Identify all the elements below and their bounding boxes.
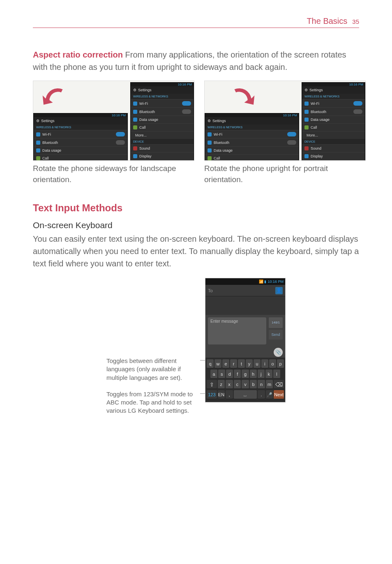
key-b[interactable]: b [250,380,257,389]
key-r[interactable]: r [230,359,237,368]
aspect-ratio-title: Aspect ratio correction [33,50,123,59]
settings-landscape-left: 10:16 PM ⚙Settings WIRELESS & NETWORKS W… [33,113,128,160]
key-mic[interactable]: 🎤 [266,390,273,399]
key-m[interactable]: m [266,380,273,389]
status-bar: 📶 ▮ 10:16 PM [205,278,285,285]
key-t[interactable]: t [238,359,245,368]
rotate-arrow-right-icon [225,83,262,111]
key-c[interactable]: c [234,380,241,389]
status-icons: 📶 ▮ [259,280,267,284]
status-time: 10:16 PM [267,280,284,284]
settings-portrait-right: 10:16 PM ⚙Settings WIRELESS & NETWORKS W… [302,82,365,160]
message-input[interactable]: Enter message [208,317,266,344]
key-i[interactable]: i [261,359,268,368]
key-v[interactable]: v [242,380,249,389]
key-delete[interactable]: ⌫ [274,380,284,389]
messaging-phone-mockup: 📶 ▮ 10:16 PM To 👤 Enter message 148/1 Se… [205,278,286,402]
header-section: The Basics [307,16,347,26]
aspect-ratio-paragraph: Aspect ratio correction From many applic… [33,49,359,73]
key-h[interactable]: h [250,370,257,379]
key-o[interactable]: o [269,359,276,368]
on-screen-keyboard-heading: On-screen Keyboard [33,220,359,230]
figure-rotate-left: 10:16 PM ⚙Settings WIRELESS & NETWORKS W… [33,81,194,161]
attach-icon[interactable]: 📎 [274,348,283,357]
key-d[interactable]: d [226,370,233,379]
key-k[interactable]: k [265,370,272,379]
key-l[interactable]: l [273,370,280,379]
settings-portrait-left: 10:16 PM ⚙Settings WIRELESS & NETWORKS W… [130,82,194,160]
page-number: 35 [352,18,359,25]
key-shift[interactable]: ⇧ [207,380,217,389]
key-u[interactable]: u [254,359,261,368]
key-z[interactable]: z [218,380,225,389]
on-screen-keyboard-body: You can easily enter text using the on-s… [33,233,359,270]
key-e[interactable]: e [222,359,229,368]
rotate-arrow-left-icon [35,83,72,111]
key-language[interactable]: EN [218,390,225,399]
contact-icon[interactable]: 👤 [275,287,283,294]
key-g[interactable]: g [242,370,249,379]
to-field[interactable]: To [208,288,213,293]
key-comma[interactable]: , [226,390,233,399]
label-toggle-language: Toggles between different languages (onl… [106,357,201,382]
label-toggle-mode: Toggles from 123/SYM mode to ABC mode. T… [106,390,201,415]
on-screen-keyboard: qwertyuiop asdfghjkl ⇧zxcvbnm⌫ 123 EN , … [205,358,285,402]
key-period[interactable]: . [258,390,265,399]
caption-right: Rotate the phone upright for portrait or… [204,163,366,185]
key-space[interactable]: ⎵ [234,390,257,399]
key-p[interactable]: p [277,359,284,368]
key-symbol-mode[interactable]: 123 [207,390,217,399]
text-input-heading: Text Input Methods [33,202,359,214]
figure-rotate-right: 10:16 PM ⚙Settings WIRELESS & NETWORKS W… [204,81,366,161]
key-next[interactable]: Next [274,390,284,399]
key-w[interactable]: w [214,359,221,368]
send-button[interactable]: Send [269,330,283,340]
char-counter: 148/1 [269,317,283,328]
key-s[interactable]: s [218,370,225,379]
key-f[interactable]: f [234,370,241,379]
key-n[interactable]: n [258,380,265,389]
key-j[interactable]: j [258,370,265,379]
key-a[interactable]: a [210,370,217,379]
key-q[interactable]: q [207,359,214,368]
key-x[interactable]: x [226,380,233,389]
key-y[interactable]: y [246,359,253,368]
settings-landscape-right: 10:16 PM ⚙Settings WIRELESS & NETWORKS W… [205,113,299,160]
caption-left: Rotate the phone sideways for landscape … [33,163,194,185]
